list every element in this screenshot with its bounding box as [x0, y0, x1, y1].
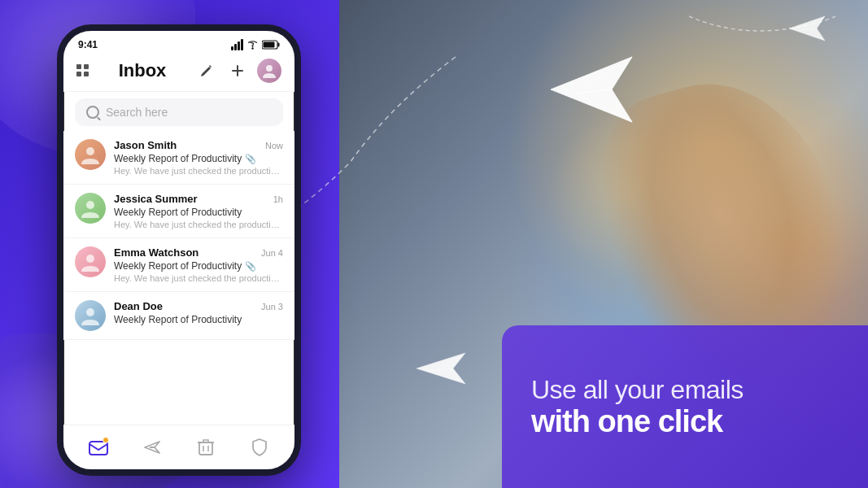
email-content-4: Dean Doe Jun 3 Weekly Report of Producti… — [114, 300, 283, 331]
status-bar: 9:41 — [63, 31, 294, 54]
sender-name-4: Dean Doe — [114, 300, 163, 312]
notification-badge — [103, 437, 109, 443]
svg-point-17 — [86, 255, 94, 263]
shield-icon — [251, 438, 268, 456]
status-time: 9:41 — [78, 39, 98, 50]
email-top-1: Jason Smith Now — [114, 139, 283, 151]
svg-point-18 — [86, 308, 94, 316]
preview-1: Hey. We have just checked the productivi… — [114, 166, 283, 176]
svg-marker-0 — [551, 57, 632, 122]
wifi-icon — [246, 40, 259, 50]
paper-plane-small — [412, 346, 469, 394]
signal-icon — [231, 39, 243, 50]
paper-plane-large — [543, 49, 640, 133]
search-placeholder: Search here — [106, 106, 168, 119]
avatar-dean-doe — [75, 300, 106, 331]
phone-mockup: 9:41 — [57, 24, 309, 480]
svg-rect-21 — [199, 442, 212, 455]
subject-2: Weekly Report of Productivity — [114, 207, 283, 218]
nav-send-button[interactable] — [140, 435, 164, 460]
email-item-3[interactable]: Emma Watchson Jun 4 Weekly Report of Pro… — [63, 238, 294, 292]
header-action-icons — [195, 59, 281, 83]
svg-marker-4 — [417, 353, 465, 384]
tagline-line1: Use all your emails — [531, 374, 839, 405]
sender-name-1: Jason Smith — [114, 139, 177, 151]
grid-menu-icon[interactable] — [76, 64, 89, 77]
avatar-jason-smith — [75, 139, 106, 170]
preview-3: Hey. We have just checked the productivi… — [114, 273, 283, 283]
add-email-button[interactable] — [226, 59, 249, 82]
subject-3: Weekly Report of Productivity 📎 — [114, 260, 283, 272]
nav-inbox-button[interactable] — [86, 435, 111, 460]
sender-name-3: Emma Watchson — [114, 246, 198, 259]
attachment-icon-1: 📎 — [245, 154, 256, 164]
svg-marker-6 — [789, 16, 825, 41]
sender-name-2: Jessica Summer — [114, 193, 198, 205]
email-item-2[interactable]: Jessica Summer 1h Weekly Report of Produ… — [63, 185, 294, 238]
svg-rect-19 — [89, 442, 107, 455]
email-time-4: Jun 3 — [261, 302, 283, 312]
svg-point-15 — [86, 147, 94, 155]
email-top-3: Emma Watchson Jun 4 — [114, 246, 283, 259]
email-time-2: 1h — [273, 194, 283, 204]
svg-point-16 — [86, 201, 94, 209]
svg-rect-11 — [264, 42, 275, 48]
email-content-1: Jason Smith Now Weekly Report of Product… — [114, 139, 283, 176]
tagline-line2: with one click — [531, 405, 839, 439]
search-icon — [86, 106, 99, 119]
email-top-4: Dean Doe Jun 3 — [114, 300, 283, 312]
nav-trash-button[interactable] — [194, 435, 218, 460]
email-list: Jason Smith Now Weekly Report of Product… — [63, 131, 294, 340]
paper-plane-tiny — [787, 12, 827, 48]
status-icons — [231, 39, 280, 50]
avatar-emma-watchson — [75, 246, 106, 277]
email-top-2: Jessica Summer 1h — [114, 193, 283, 205]
svg-point-8 — [251, 47, 253, 49]
subject-1: Weekly Report of Productivity 📎 — [114, 153, 283, 164]
send-icon — [143, 438, 161, 456]
email-content-2: Jessica Summer 1h Weekly Report of Produ… — [114, 193, 283, 229]
battery-icon — [262, 40, 280, 50]
inbox-header: Inbox — [63, 54, 294, 92]
phone-body: 9:41 — [57, 24, 301, 476]
subject-4: Weekly Report of Productivity — [114, 314, 283, 325]
user-avatar-image — [260, 62, 278, 80]
email-item-4[interactable]: Dean Doe Jun 3 Weekly Report of Producti… — [63, 292, 294, 340]
edit-icon — [199, 63, 214, 78]
inbox-title: Inbox — [119, 60, 167, 81]
email-content-3: Emma Watchson Jun 4 Weekly Report of Pro… — [114, 246, 283, 283]
email-time-1: Now — [265, 141, 283, 150]
avatar-jessica-summer — [75, 193, 106, 224]
svg-rect-10 — [278, 43, 280, 47]
attachment-icon-3: 📎 — [245, 261, 256, 272]
plus-icon — [231, 64, 244, 77]
email-item-1[interactable]: Jason Smith Now Weekly Report of Product… — [63, 131, 294, 185]
svg-point-14 — [266, 65, 273, 72]
trash-icon — [198, 438, 214, 456]
tagline-overlay: Use all your emails with one click — [502, 325, 868, 488]
nav-security-button[interactable] — [247, 435, 272, 460]
compose-button[interactable] — [195, 59, 218, 82]
search-bar[interactable]: Search here — [75, 98, 283, 126]
email-time-3: Jun 4 — [261, 248, 283, 258]
bottom-navigation — [63, 425, 294, 469]
preview-2: Hey. We have just checked the productivi… — [114, 220, 283, 229]
user-avatar[interactable] — [257, 59, 281, 83]
